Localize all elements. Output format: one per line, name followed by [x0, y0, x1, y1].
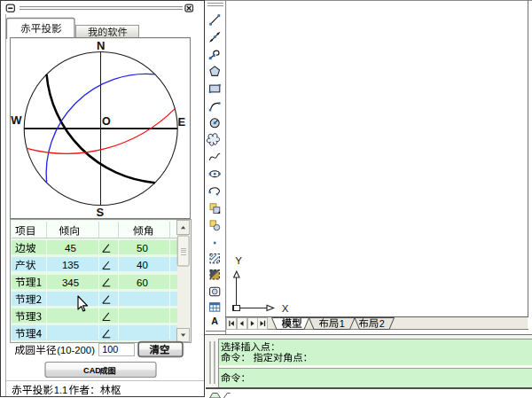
svg-text:50: 50	[137, 243, 148, 254]
svg-text:1.1: 1.1	[54, 385, 68, 395]
svg-text:1: 1	[340, 318, 345, 329]
svg-text:2: 2	[379, 318, 385, 329]
svg-text:W: W	[11, 113, 22, 127]
svg-text:45: 45	[65, 243, 76, 254]
svg-text:X: X	[282, 303, 289, 314]
svg-text:60: 60	[137, 277, 148, 288]
svg-text:(10-200): (10-200)	[57, 345, 95, 355]
svg-text:40: 40	[137, 260, 148, 270]
svg-text:N: N	[97, 39, 105, 52]
svg-text:100: 100	[102, 344, 118, 355]
svg-text:E: E	[177, 115, 185, 129]
svg-text:CAD: CAD	[83, 366, 101, 375]
svg-text:S: S	[96, 206, 104, 219]
svg-text:345: 345	[62, 277, 79, 288]
svg-text:O: O	[102, 115, 111, 128]
svg-text:A: A	[211, 316, 218, 326]
svg-text:135: 135	[62, 260, 79, 270]
svg-text:Y: Y	[235, 255, 242, 266]
